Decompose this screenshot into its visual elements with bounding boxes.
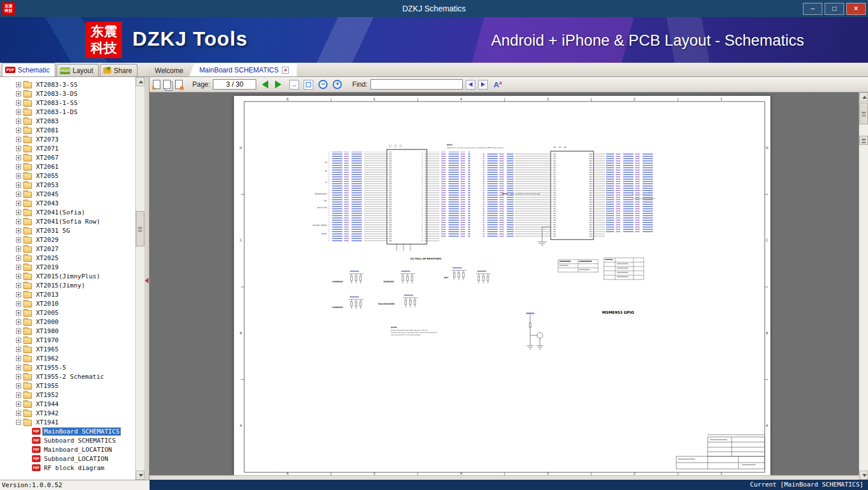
find-input[interactable] [370, 79, 463, 90]
expand-icon[interactable]: + [16, 392, 21, 398]
viewer-scroll-up-button[interactable] [859, 92, 868, 102]
facing-view-icon[interactable] [175, 80, 183, 89]
next-page-button[interactable] [275, 80, 281, 88]
folder-item[interactable]: + XT2073 [0, 135, 135, 144]
folder-item[interactable]: + XT2031 5G [0, 226, 135, 235]
expand-icon[interactable]: + [16, 356, 21, 361]
folder-item[interactable]: + XT1955-5 [0, 363, 135, 372]
folder-item[interactable]: + XT1955 [0, 381, 135, 390]
expand-icon[interactable]: + [16, 274, 21, 279]
expand-icon[interactable]: + [16, 256, 21, 261]
document-item-selected[interactable]: PDF MainBoard SCHEMATICS [0, 427, 135, 436]
expand-icon[interactable]: + [16, 146, 21, 151]
folder-item[interactable]: + XT2015(Jimny) [0, 281, 135, 290]
folder-item[interactable]: + XT2025 [0, 253, 135, 262]
folder-item[interactable]: + XT2083-3-DS [0, 89, 135, 98]
scroll-down-button[interactable] [136, 471, 144, 480]
expand-icon[interactable]: + [16, 374, 21, 379]
expand-icon[interactable]: + [16, 292, 21, 297]
expand-icon[interactable]: + [16, 110, 21, 115]
zoom-in-button[interactable]: + [333, 80, 342, 89]
folder-item[interactable]: + XT2013 [0, 290, 135, 299]
sidebar-splitter[interactable] [144, 77, 149, 480]
document-item[interactable]: PDF Subboard SCHEMATICS [0, 436, 135, 445]
folder-item[interactable]: + XT2083 [0, 116, 135, 125]
expand-icon[interactable]: + [16, 119, 21, 124]
fit-width-button[interactable]: ↔ [289, 80, 299, 90]
expand-icon[interactable]: + [16, 383, 21, 388]
folder-item[interactable]: + XT2045 [0, 189, 135, 199]
scrollbar-thumb[interactable] [136, 211, 144, 246]
expand-icon[interactable]: + [16, 82, 21, 87]
folder-item[interactable]: + XT2081 [0, 125, 135, 135]
document-item[interactable]: PDF Mainboard_LOCATION [0, 445, 135, 454]
viewer-scrollbar-grip[interactable] [859, 136, 868, 145]
expand-icon[interactable]: + [16, 173, 21, 179]
expand-icon[interactable]: + [16, 201, 21, 206]
expand-icon[interactable]: + [16, 301, 21, 306]
expand-icon[interactable]: + [16, 210, 21, 215]
close-button[interactable]: × [846, 3, 866, 15]
expand-icon[interactable]: + [16, 329, 21, 334]
folder-item[interactable]: + XT1962 [0, 354, 135, 363]
expand-icon[interactable]: + [16, 365, 21, 370]
fit-page-button[interactable] [304, 80, 313, 90]
scrollbar-track[interactable] [136, 86, 144, 471]
folder-item[interactable]: + XT2053 [0, 180, 135, 189]
folder-item[interactable]: + XT2041(Sofia) [0, 208, 135, 217]
doc-tab-mainboard-schematics[interactable]: MainBoard SCHEMATICS × [189, 63, 297, 76]
folder-item-expanded[interactable]: − XT1941 [0, 418, 135, 427]
folder-item[interactable]: + XT2043 [0, 199, 135, 208]
folder-item[interactable]: + XT1970 [0, 335, 135, 345]
expand-icon[interactable]: + [16, 91, 21, 96]
viewer-scroll-down-button[interactable] [859, 471, 868, 480]
expand-icon[interactable]: + [16, 347, 21, 352]
expand-icon[interactable]: + [16, 283, 21, 288]
viewer-scrollbar-thumb[interactable] [859, 103, 868, 124]
text-size-button[interactable]: Aa [494, 80, 502, 89]
scroll-up-button[interactable] [136, 77, 144, 86]
expand-icon[interactable]: + [16, 137, 21, 142]
folder-item[interactable]: + XT1942 [0, 408, 135, 418]
folder-item[interactable]: + XT1952 [0, 390, 135, 399]
tab-schematic[interactable]: PDF Schematic [2, 63, 55, 76]
expand-icon[interactable]: + [16, 338, 21, 343]
folder-item[interactable]: + XT2029 [0, 235, 135, 244]
folder-item[interactable]: + XT2083-1-DS [0, 107, 135, 116]
single-page-view-icon[interactable] [153, 80, 160, 89]
find-next-button[interactable] [478, 80, 488, 90]
pdf-viewer[interactable]: 6 5 4 3 2 1 6 5 4 3 2 1 [150, 92, 868, 480]
folder-item[interactable]: + XT2041(Sofia Row) [0, 217, 135, 226]
folder-item[interactable]: + XT2005 [0, 308, 135, 317]
expand-icon[interactable]: + [16, 219, 21, 224]
collapse-icon[interactable]: − [16, 420, 21, 425]
expand-icon[interactable]: + [16, 155, 21, 160]
viewer-horizontal-scrollbar[interactable] [150, 475, 859, 480]
expand-icon[interactable]: + [16, 100, 21, 106]
folder-item[interactable]: + XT2010 [0, 299, 135, 308]
folder-item[interactable]: + XT2083-3-SS [0, 80, 135, 89]
schematic-page[interactable]: 6 5 4 3 2 1 6 5 4 3 2 1 [234, 96, 770, 475]
page-number-input[interactable] [213, 79, 256, 90]
folder-item[interactable]: + XT2083-1-SS [0, 98, 135, 107]
expand-icon[interactable]: + [16, 183, 21, 188]
expand-icon[interactable]: + [16, 402, 21, 407]
folder-item[interactable]: + XT2027 [0, 244, 135, 253]
doc-tab-welcome[interactable]: Welcome [144, 64, 191, 76]
expand-icon[interactable]: + [16, 164, 21, 169]
folder-item[interactable]: + XT2061 [0, 162, 135, 171]
expand-icon[interactable]: + [16, 319, 21, 325]
tab-layout[interactable]: PADS Layout [56, 64, 99, 76]
expand-icon[interactable]: + [16, 192, 21, 197]
expand-icon[interactable]: + [16, 228, 21, 233]
document-item[interactable]: PDF RF block diagram [0, 463, 135, 472]
viewer-scrollbar[interactable] [859, 92, 868, 480]
folder-item[interactable]: + XT2055 [0, 171, 135, 180]
folder-item[interactable]: + XT2019 [0, 262, 135, 272]
folder-item[interactable]: + XT2015(JimnyPlus) [0, 272, 135, 281]
find-prev-button[interactable] [466, 80, 475, 90]
folder-item[interactable]: + XT1965 [0, 345, 135, 354]
viewer-scrollbar-track[interactable] [859, 102, 868, 471]
continuous-view-icon[interactable] [163, 80, 171, 89]
folder-item[interactable]: + XT2000 [0, 317, 135, 326]
